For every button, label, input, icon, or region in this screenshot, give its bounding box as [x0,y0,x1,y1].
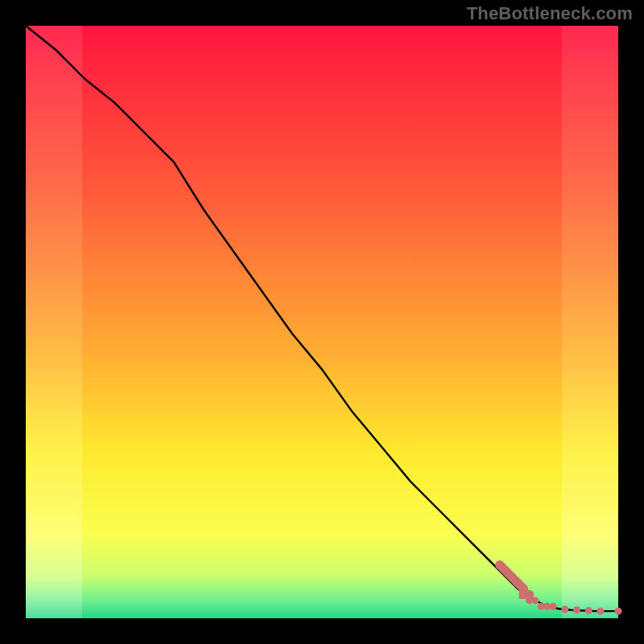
marker-dot [585,607,592,614]
chart-background-center [82,26,562,618]
chart-frame: TheBottleneck.com [0,0,644,644]
bottleneck-chart [0,0,644,644]
marker-dot [597,608,604,615]
marker-dot [531,597,539,604]
marker-dot [550,603,557,610]
marker-dot [561,605,568,613]
marker-dot [615,608,622,615]
watermark-text: TheBottleneck.com [467,3,633,24]
marker-dot [573,606,580,613]
